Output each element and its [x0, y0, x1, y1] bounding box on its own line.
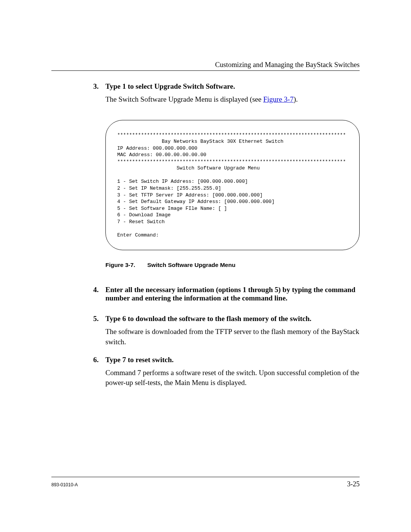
terminal-mac: MAC Address: 00.00.00.00.00.00 [117, 152, 206, 158]
terminal-screenshot: ****************************************… [105, 120, 360, 251]
terminal-item: 2 - Set IP Netmask: [255.255.255.0] [117, 185, 221, 191]
step-number: 3. [93, 82, 105, 91]
footer-page-number: 3-25 [347, 480, 360, 488]
figure-caption: Figure 3-7. Switch Software Upgrade Menu [105, 262, 360, 268]
terminal-device: Bay Networks BayStack 30X Ethernet Switc… [117, 139, 284, 144]
step-title: Type 1 to select Upgrade Switch Software… [105, 82, 360, 91]
step-6: 6. Type 7 to reset switch. Command 7 per… [93, 356, 360, 388]
terminal-menu-title: Switch Software Upgrade Menu [117, 165, 260, 171]
content-body: 3. Type 1 to select Upgrade Switch Softw… [93, 82, 360, 388]
footer-doc-id: 893-01010-A [51, 482, 78, 487]
terminal-stars: ****************************************… [117, 132, 346, 138]
figure-label: Figure 3-7. [105, 262, 147, 268]
step-number: 4. [93, 286, 105, 294]
chapter-title: Customizing and Managing the BayStack Sw… [51, 61, 360, 69]
step-number: 6. [93, 356, 105, 364]
step-text: The software is downloaded from the TFTP… [105, 327, 360, 347]
step-text: The Switch Software Upgrade Menu is disp… [105, 94, 360, 105]
text-prefix: The Switch Software Upgrade Menu is disp… [105, 95, 263, 103]
terminal-stars: ****************************************… [117, 159, 346, 165]
page-footer: 893-01010-A 3-25 [51, 477, 360, 488]
step-title: Type 7 to reset switch. [105, 356, 360, 364]
step-4: 4. Enter all the necessary information (… [93, 286, 360, 306]
terminal-item: 6 - Download Image [117, 212, 170, 218]
figure-link[interactable]: Figure 3-7 [263, 95, 294, 103]
figure-caption-text: Switch Software Upgrade Menu [147, 262, 236, 268]
step-text: Command 7 performs a software reset of t… [105, 368, 360, 388]
text-suffix: ). [293, 95, 298, 103]
step-number: 5. [93, 315, 105, 323]
terminal-item: 1 - Set Switch IP Address: [000.000.000.… [117, 179, 248, 184]
terminal-item: 5 - Set Software Image FIle Name: [ ] [117, 206, 227, 211]
terminal-prompt: Enter Command: [117, 232, 159, 238]
step-5: 5. Type 6 to download the software to th… [93, 315, 360, 347]
terminal-item: 7 - Reset Switch [117, 219, 165, 225]
terminal-ip: IP Address: 000.000.000.000 [117, 145, 198, 151]
terminal-item: 4 - Set Default Gateway IP Address: [000… [117, 199, 274, 204]
step-3: 3. Type 1 to select Upgrade Switch Softw… [93, 82, 360, 105]
step-title: Enter all the necessary information (opt… [105, 286, 360, 302]
step-title: Type 6 to download the software to the f… [105, 315, 360, 323]
terminal-item: 3 - Set TFTP Server IP Address: [000.000… [117, 192, 263, 198]
